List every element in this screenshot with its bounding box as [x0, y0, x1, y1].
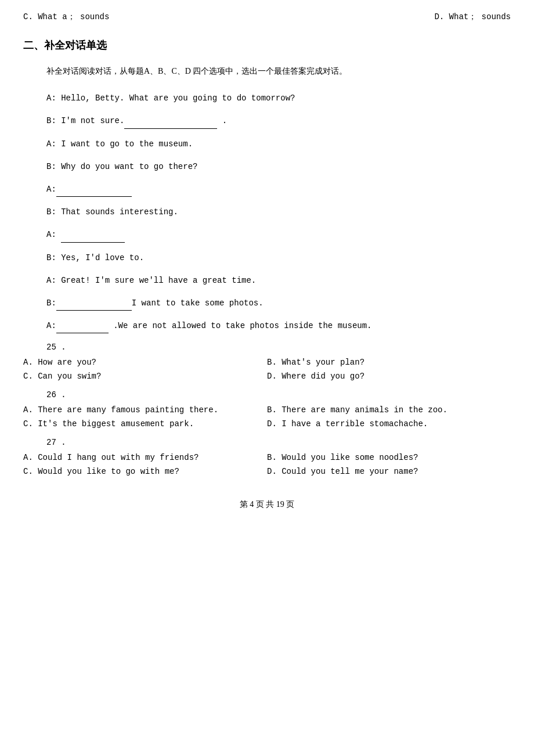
- q27-option-c: C. Would you like to go with me?: [23, 467, 267, 476]
- blank-4: [56, 303, 132, 311]
- question-27-options-ab: A. Could I hang out with my friends? B. …: [23, 453, 511, 462]
- question-25-options: A. How are you? B. What's your plan?: [23, 358, 511, 367]
- question-26-num: 26 .: [46, 390, 511, 399]
- dialogue-line-2: B: I'm not sure. .: [46, 114, 511, 128]
- question-26-options-cd: C. It's the biggest amusement park. D. I…: [23, 419, 511, 429]
- top-right-option: D. What； sounds: [434, 12, 511, 22]
- q26-option-b: B. There are many animals in the zoo.: [267, 405, 511, 415]
- speaker-a4: A:: [46, 230, 125, 239]
- q26-option-a: A. There are many famous painting there.: [23, 405, 267, 415]
- dialogue-line-10: B:I want to take some photos.: [46, 296, 511, 311]
- q25-option-a: A. How are you?: [23, 358, 267, 367]
- top-left-option: C. What a； sounds: [23, 12, 109, 22]
- dialogue-line-11: A: .We are not allowed to take photos in…: [46, 319, 511, 333]
- blank-3: [61, 235, 125, 243]
- speaker-a6: A: .We are not allowed to take photos in…: [46, 321, 372, 330]
- blank-2: [56, 189, 132, 197]
- q27-option-b: B. Would you like some noodles?: [267, 453, 511, 462]
- dialogue-line-8: B: Yes, I'd love to.: [46, 251, 511, 265]
- question-27-num: 27 .: [46, 438, 511, 447]
- speaker-b4: B: Yes, I'd love to.: [46, 253, 144, 262]
- question-25-options-cd: C. Can you swim? D. Where did you go?: [23, 372, 511, 381]
- blank-1: [124, 121, 217, 129]
- dialogue-line-5: A:: [46, 182, 511, 197]
- question-25-num: 25 .: [46, 343, 511, 352]
- q25-option-c: C. Can you swim?: [23, 372, 267, 381]
- speaker-a5: A: Great! I'm sure we'll have a great ti…: [46, 276, 256, 285]
- question-26-options-ab: A. There are many famous painting there.…: [23, 405, 511, 415]
- q27-option-a: A. Could I hang out with my friends?: [23, 453, 267, 462]
- q25-option-b: B. What's your plan?: [267, 358, 511, 367]
- blank-5: [56, 325, 109, 333]
- speaker-b1: B: I'm not sure. .: [46, 116, 227, 125]
- q25-option-d: D. Where did you go?: [267, 372, 511, 381]
- speaker-a3: A:: [46, 185, 132, 194]
- q27-option-d: D. Could you tell me your name?: [267, 467, 511, 476]
- dialogue-line-3: A: I want to go to the museum.: [46, 137, 511, 152]
- q26-option-c: C. It's the biggest amusement park.: [23, 419, 267, 429]
- speaker-a1: A: Hello, Betty. What are you going to d…: [46, 93, 295, 103]
- dialogue-line-1: A: Hello, Betty. What are you going to d…: [46, 91, 511, 106]
- q26-option-d: D. I have a terrible stomachache.: [267, 419, 511, 429]
- section2-instruction: 补全对话阅读对话，从每题A、B、C、D 四个选项中，选出一个最佳答案完成对话。: [46, 64, 511, 78]
- speaker-b2: B: Why do you want to go there?: [46, 162, 197, 171]
- section2-title: 二、补全对话单选: [23, 38, 511, 52]
- dialogue-line-7: A:: [46, 228, 511, 242]
- speaker-b5: B:I want to take some photos.: [46, 298, 264, 308]
- page-footer: 第 4 页 共 19 页: [23, 499, 511, 510]
- dialogue-line-9: A: Great! I'm sure we'll have a great ti…: [46, 273, 511, 288]
- dialogue-line-4: B: Why do you want to go there?: [46, 160, 511, 174]
- dialogue-line-6: B: That sounds interesting.: [46, 205, 511, 219]
- question-27-options-cd: C. Would you like to go with me? D. Coul…: [23, 467, 511, 476]
- speaker-a2: A: I want to go to the museum.: [46, 139, 193, 149]
- speaker-b3: B: That sounds interesting.: [46, 207, 178, 217]
